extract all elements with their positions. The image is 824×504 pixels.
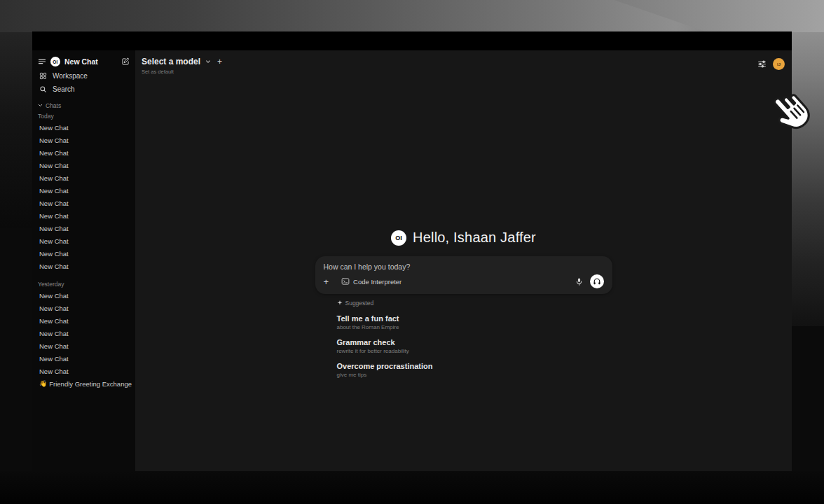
chat-item[interactable]: New Chat bbox=[38, 327, 130, 340]
chat-item[interactable]: New Chat bbox=[38, 365, 130, 377]
chats-section-toggle[interactable]: Chats bbox=[38, 100, 130, 111]
app-window: OI New Chat bbox=[32, 31, 792, 471]
chat-item[interactable]: New Chat bbox=[38, 121, 130, 134]
window-titlebar bbox=[32, 31, 792, 50]
chat-item[interactable]: New Chat bbox=[38, 234, 130, 247]
sidebar-toggle-icon[interactable] bbox=[38, 57, 46, 66]
controls-sliders-icon[interactable] bbox=[757, 59, 767, 69]
desktop-background: OI New Chat bbox=[0, 0, 824, 504]
model-selector-label: Select a model bbox=[142, 57, 200, 66]
chats-section-label: Chats bbox=[46, 102, 61, 109]
chat-list-today: New Chat New Chat New Chat New Chat New … bbox=[38, 121, 130, 272]
backdrop-left-band bbox=[0, 32, 32, 228]
workspace-grid-icon bbox=[39, 72, 47, 80]
attach-plus-button[interactable]: + bbox=[324, 277, 329, 286]
backdrop-right-band bbox=[792, 32, 824, 326]
chat-item[interactable]: New Chat bbox=[38, 184, 130, 197]
new-chat-pencil-icon[interactable] bbox=[121, 57, 130, 66]
sidebar: OI New Chat bbox=[32, 50, 135, 471]
chat-item[interactable]: New Chat bbox=[38, 247, 130, 260]
chat-list-yesterday: New Chat New Chat New Chat New Chat New … bbox=[38, 289, 130, 377]
chat-group-label-yesterday: Yesterday bbox=[38, 279, 130, 289]
chat-item[interactable]: New Chat bbox=[38, 197, 130, 209]
chat-item[interactable]: New Chat bbox=[38, 352, 130, 365]
composer-placeholder: How can I help you today? bbox=[324, 262, 604, 271]
suggested-section: Suggested Tell me a fun fact about the R… bbox=[315, 300, 612, 378]
model-selector[interactable]: Select a model + bbox=[142, 57, 222, 66]
backdrop-bottom-band bbox=[0, 471, 824, 504]
code-interpreter-toggle[interactable]: Code Interpreter bbox=[341, 277, 401, 286]
main-area: Select a model + Set as default bbox=[135, 50, 792, 471]
set-as-default-link[interactable]: Set as default bbox=[142, 69, 222, 75]
message-composer[interactable]: How can I help you today? + bbox=[315, 256, 612, 294]
suggested-list: Tell me a fun fact about the Roman Empir… bbox=[337, 314, 612, 378]
search-icon bbox=[39, 85, 47, 93]
voice-call-button[interactable] bbox=[590, 274, 604, 288]
workspace-label: Workspace bbox=[53, 72, 88, 80]
search-label: Search bbox=[53, 85, 75, 93]
suggested-prompt[interactable]: Overcome procrastination give me tips bbox=[337, 362, 612, 378]
suggested-prompt[interactable]: Grammar check rewrite it for better read… bbox=[337, 338, 612, 354]
chat-item[interactable]: New Chat bbox=[38, 340, 130, 352]
code-interpreter-label: Code Interpreter bbox=[353, 278, 401, 286]
chat-item[interactable]: New Chat bbox=[38, 159, 130, 172]
chat-item[interactable]: New Chat bbox=[38, 172, 130, 184]
chat-group-label-today: Today bbox=[38, 111, 130, 121]
chat-item[interactable]: New Chat bbox=[38, 302, 130, 314]
chat-item[interactable]: New Chat bbox=[38, 260, 130, 272]
suggested-prompt[interactable]: Tell me a fun fact about the Roman Empir… bbox=[337, 314, 612, 330]
add-model-button[interactable]: + bbox=[217, 57, 222, 66]
chat-item-friendly-greeting[interactable]: 👋 Friendly Greeting Exchange bbox=[38, 377, 130, 390]
chat-item[interactable]: New Chat bbox=[38, 314, 130, 327]
code-interpreter-icon bbox=[341, 277, 350, 286]
suggested-label: Suggested bbox=[345, 300, 374, 307]
greeting-text: Hello, Ishaan Jaffer bbox=[413, 230, 536, 246]
wave-emoji-icon: 👋 bbox=[39, 380, 47, 387]
home-center-block: OI Hello, Ishaan Jaffer How can I help y… bbox=[135, 230, 792, 378]
sidebar-item-search[interactable]: Search bbox=[38, 83, 130, 96]
chat-item[interactable]: New Chat bbox=[38, 146, 130, 159]
sidebar-item-workspace[interactable]: Workspace bbox=[38, 69, 130, 83]
chevron-down-icon bbox=[205, 59, 211, 64]
sidebar-title: New Chat bbox=[64, 57, 117, 66]
main-header: Select a model + Set as default bbox=[135, 50, 792, 88]
chat-item[interactable]: New Chat bbox=[38, 289, 130, 302]
sidebar-header: OI New Chat bbox=[38, 54, 130, 69]
app-logo-icon: OI bbox=[391, 230, 406, 246]
chat-item-title: Friendly Greeting Exchange bbox=[49, 380, 132, 388]
chevron-down-icon bbox=[38, 103, 43, 108]
sparkle-icon bbox=[337, 300, 343, 306]
microphone-icon[interactable] bbox=[575, 277, 583, 286]
app-logo-icon: OI bbox=[50, 57, 60, 66]
chat-item[interactable]: New Chat bbox=[38, 134, 130, 146]
chat-item[interactable]: New Chat bbox=[38, 222, 130, 234]
user-avatar[interactable]: IJ bbox=[773, 58, 785, 70]
chat-item[interactable]: New Chat bbox=[38, 209, 130, 222]
